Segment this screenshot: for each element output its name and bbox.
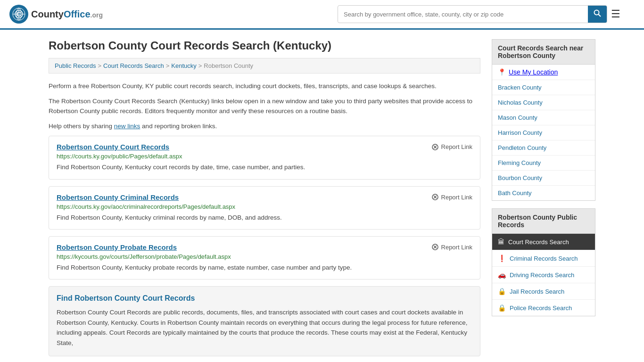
nearby-section: Court Records Search near Robertson Coun…	[492, 39, 595, 201]
report-label-2: Report Link	[441, 244, 472, 251]
public-item-court-records[interactable]: 🏛 Court Records Search	[492, 234, 595, 250]
police-records-search-link[interactable]: Police Records Search	[510, 304, 572, 312]
svg-line-7	[599, 15, 601, 17]
breadcrumb-sep3: >	[198, 62, 202, 69]
logo-text: CountyOffice.org	[31, 9, 103, 20]
nearby-county-6[interactable]: Bourbon County	[492, 171, 595, 186]
search-button[interactable]	[588, 6, 607, 23]
nearby-county-1[interactable]: Nicholas County	[492, 95, 595, 110]
criminal-records-search-link[interactable]: Criminal Records Search	[510, 255, 578, 262]
nearby-header: Court Records Search near Robertson Coun…	[492, 39, 595, 65]
report-label-1: Report Link	[441, 194, 472, 201]
nearby-county-7[interactable]: Bath County	[492, 186, 595, 200]
logo-icon: C	[9, 5, 28, 24]
nearby-list: 📍 Use My Location Bracken County Nichola…	[492, 65, 595, 201]
menu-button[interactable]: ☰	[611, 8, 620, 20]
fleming-county-link[interactable]: Fleming County	[498, 159, 541, 166]
record-card-1: Robertson County Criminal Records Report…	[49, 186, 480, 230]
public-records-list: 🏛 Court Records Search ❗ Criminal Record…	[492, 234, 595, 316]
search-input[interactable]	[338, 7, 588, 22]
record-url-1[interactable]: https://courts.ky.gov/aoc/criminalrecord…	[57, 203, 472, 210]
breadcrumb-public-records[interactable]: Public Records	[55, 62, 96, 69]
mason-county-link[interactable]: Mason County	[498, 114, 537, 121]
bracken-county-link[interactable]: Bracken County	[498, 84, 542, 91]
page-title: Robertson County Court Records Search (K…	[49, 39, 480, 52]
search-area: ☰	[338, 5, 620, 23]
logo-area: C CountyOffice.org	[9, 5, 103, 24]
breadcrumb-sep2: >	[166, 62, 170, 69]
nearby-county-4[interactable]: Pendleton County	[492, 140, 595, 156]
find-section-description: Robertson County Court Records are publi…	[57, 307, 472, 348]
description-1: Perform a free Robertson County, KY publ…	[49, 81, 480, 91]
record-card-header-2: Robertson County Probate Records Report …	[57, 243, 472, 251]
driving-records-icon: 🚗	[498, 271, 506, 279]
nearby-county-0[interactable]: Bracken County	[492, 80, 595, 95]
report-link-1[interactable]: Report Link	[431, 193, 472, 201]
police-records-icon: 🔒	[498, 304, 506, 312]
report-label-0: Report Link	[441, 143, 472, 150]
record-card-2: Robertson County Probate Records Report …	[49, 236, 480, 280]
breadcrumb-kentucky[interactable]: Kentucky	[171, 62, 196, 69]
main-container: Robertson County Court Records Search (K…	[39, 30, 605, 362]
record-desc-2: Find Robertson County, Kentucky probate …	[57, 263, 472, 272]
use-my-location-item[interactable]: 📍 Use My Location	[492, 65, 595, 80]
criminal-records-icon: ❗	[498, 255, 506, 262]
public-item-driving-records[interactable]: 🚗 Driving Records Search	[492, 267, 595, 283]
bath-county-link[interactable]: Bath County	[498, 189, 532, 197]
sidebar: Court Records Search near Robertson Coun…	[492, 39, 595, 356]
breadcrumb-sep1: >	[98, 62, 101, 69]
description-3: Help others by sharing new links and rep…	[49, 121, 480, 132]
jail-records-search-link[interactable]: Jail Records Search	[510, 288, 564, 295]
new-links-link[interactable]: new links	[114, 123, 140, 130]
nicholas-county-link[interactable]: Nicholas County	[498, 99, 543, 106]
record-url-0[interactable]: https://courts.ky.gov/public/Pages/defau…	[57, 153, 472, 160]
public-item-criminal-records[interactable]: ❗ Criminal Records Search	[492, 250, 595, 267]
content-area: Robertson County Court Records Search (K…	[49, 39, 480, 356]
record-title-2[interactable]: Robertson County Probate Records	[57, 243, 177, 251]
use-my-location-link[interactable]: Use My Location	[509, 68, 558, 76]
description-2: The Robertson County Court Records Searc…	[49, 96, 480, 116]
find-section: Find Robertson County Court Records Robe…	[49, 286, 480, 356]
public-item-jail-records[interactable]: 🔒 Jail Records Search	[492, 283, 595, 300]
report-link-2[interactable]: Report Link	[431, 243, 472, 251]
record-card-header-0: Robertson County Court Records Report Li…	[57, 143, 472, 151]
report-link-0[interactable]: Report Link	[431, 143, 472, 151]
site-header: C CountyOffice.org ☰	[0, 0, 644, 30]
court-records-search-link[interactable]: Court Records Search	[508, 239, 569, 246]
nearby-county-3[interactable]: Harrison County	[492, 125, 595, 140]
pendleton-county-link[interactable]: Pendleton County	[498, 144, 546, 151]
location-pin-icon: 📍	[498, 68, 506, 76]
record-card-header-1: Robertson County Criminal Records Report…	[57, 193, 472, 201]
search-bar	[338, 5, 607, 23]
public-records-header: Robertson County Public Records	[492, 208, 595, 234]
breadcrumb: Public Records > Court Records Search > …	[49, 58, 480, 74]
nearby-county-2[interactable]: Mason County	[492, 110, 595, 125]
driving-records-search-link[interactable]: Driving Records Search	[510, 272, 574, 279]
jail-records-icon: 🔒	[498, 288, 506, 295]
breadcrumb-current: Robertson County	[204, 62, 253, 69]
public-item-police-records[interactable]: 🔒 Police Records Search	[492, 300, 595, 316]
record-desc-0: Find Robertson County, Kentucky court re…	[57, 163, 472, 172]
record-title-0[interactable]: Robertson County Court Records	[57, 143, 169, 151]
record-desc-1: Find Robertson County, Kentucky criminal…	[57, 213, 472, 222]
public-records-section: Robertson County Public Records 🏛 Court …	[492, 208, 595, 316]
record-url-2[interactable]: https://kycourts.gov/courts/Jefferson/pr…	[57, 253, 472, 260]
record-title-1[interactable]: Robertson County Criminal Records	[57, 193, 179, 201]
harrison-county-link[interactable]: Harrison County	[498, 129, 542, 136]
find-section-title: Find Robertson County Court Records	[57, 294, 472, 303]
record-card-0: Robertson County Court Records Report Li…	[49, 136, 480, 179]
breadcrumb-court-records[interactable]: Court Records Search	[103, 62, 164, 69]
svg-point-6	[594, 10, 599, 15]
court-records-icon: 🏛	[498, 238, 504, 246]
nearby-county-5[interactable]: Fleming County	[492, 156, 595, 171]
bourbon-county-link[interactable]: Bourbon County	[498, 174, 542, 181]
